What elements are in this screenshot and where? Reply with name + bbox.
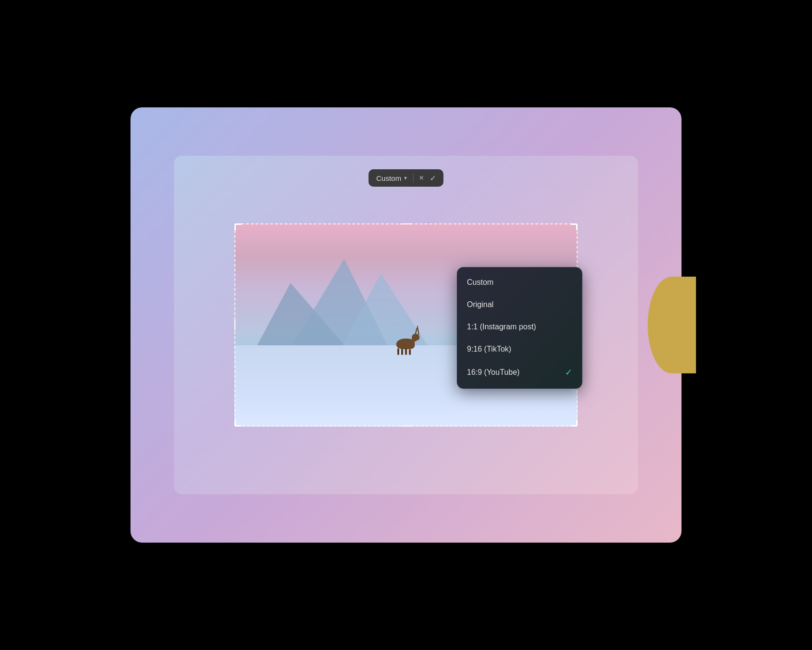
reindeer-leg-4 (409, 349, 411, 355)
selected-check-icon: ✓ (565, 367, 572, 378)
dropdown-item-label-custom: Custom (467, 278, 493, 287)
confirm-icon[interactable]: ✓ (430, 174, 436, 183)
ratio-label: Custom (376, 174, 401, 182)
dropdown-item-original[interactable]: Original (457, 294, 582, 316)
dropdown-item-label-16-9: 16:9 (YouTube) (467, 368, 520, 377)
reindeer-leg-1 (397, 348, 399, 355)
dropdown-item-label-original: Original (467, 300, 493, 309)
dropdown-item-custom[interactable]: Custom (457, 271, 582, 294)
toolbar-divider (413, 173, 413, 183)
dropdown-item-label-9-16: 9:16 (TikTok) (467, 345, 511, 354)
decorative-gold-shape (648, 277, 696, 373)
reindeer (392, 310, 420, 349)
chevron-down-icon: ▾ (404, 175, 407, 181)
reindeer-leg-2 (401, 349, 403, 355)
ratio-dropdown-menu: Custom Original 1:1 (Instagram post) 9:1… (457, 267, 582, 389)
reindeer-leg-3 (405, 348, 407, 355)
dropdown-item-16-9[interactable]: 16:9 (YouTube) ✓ (457, 360, 582, 384)
close-icon[interactable]: × (419, 174, 423, 182)
dropdown-item-label-1-1: 1:1 (Instagram post) (467, 323, 536, 331)
antler-left (417, 326, 419, 335)
reindeer-head (412, 334, 420, 340)
editor-area: Custom ▾ × ✓ (174, 156, 638, 494)
dropdown-item-1-1[interactable]: 1:1 (Instagram post) (457, 316, 582, 338)
dropdown-item-9-16[interactable]: 9:16 (TikTok) (457, 338, 582, 360)
outer-frame: Custom ▾ × ✓ (130, 107, 682, 543)
crop-toolbar: Custom ▾ × ✓ (368, 169, 443, 187)
ratio-selector[interactable]: Custom ▾ (376, 174, 407, 182)
reindeer-body (396, 339, 415, 349)
image-crop-container: Custom Original 1:1 (Instagram post) 9:1… (234, 223, 578, 427)
